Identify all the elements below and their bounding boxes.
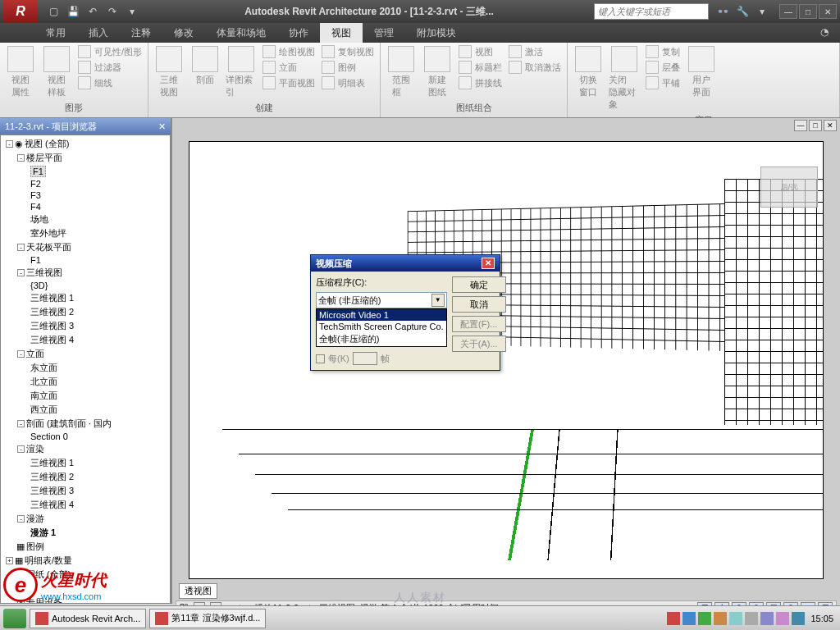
- ribbon-tab[interactable]: 体量和场地: [205, 23, 277, 43]
- browser-close-icon[interactable]: ✕: [158, 121, 166, 132]
- ribbon-button[interactable]: 范围框: [384, 44, 418, 100]
- tree-item[interactable]: 北立面: [2, 375, 168, 389]
- project-browser[interactable]: -◉视图 (全部)-楼层平面F1F2F3F4场地室外地坪-天花板平面F1-三维视…: [0, 135, 171, 604]
- tree-item[interactable]: -漫游: [2, 512, 168, 526]
- close-button[interactable]: ✕: [819, 4, 837, 19]
- tree-item[interactable]: 三维视图 4: [2, 333, 168, 347]
- dialog-button[interactable]: 确定: [452, 276, 506, 293]
- tree-item[interactable]: 漫游 1: [2, 526, 168, 540]
- ribbon-button[interactable]: 过滤器: [75, 60, 144, 75]
- tray-icon[interactable]: [714, 612, 727, 625]
- wrench-icon[interactable]: 🔧: [733, 2, 751, 21]
- qat-save-icon[interactable]: 💾: [64, 2, 82, 21]
- ribbon-button[interactable]: 剖面: [188, 44, 222, 88]
- combo-option[interactable]: TechSmith Screen Capture Co.: [317, 321, 446, 332]
- view-maximize-icon[interactable]: □: [809, 120, 822, 131]
- tray-icon[interactable]: [745, 612, 758, 625]
- tree-item[interactable]: -剖面 (建筑剖面 · 国内: [2, 417, 168, 431]
- minimize-button[interactable]: —: [779, 4, 797, 19]
- ribbon-button[interactable]: 详图索引: [224, 44, 258, 100]
- tree-item[interactable]: -渲染: [2, 442, 168, 456]
- dialog-button[interactable]: 取消: [452, 296, 506, 313]
- ribbon-button[interactable]: 取消激活: [506, 60, 564, 75]
- ribbon-button[interactable]: 切换窗口: [571, 44, 605, 100]
- ribbon-button[interactable]: 关闭隐藏对象: [607, 44, 641, 112]
- ribbon-button[interactable]: 层叠: [643, 60, 682, 75]
- tree-item[interactable]: Section 0: [2, 431, 168, 442]
- tray-icon[interactable]: [729, 612, 742, 625]
- tree-item[interactable]: 东立面: [2, 361, 168, 375]
- ribbon-tab[interactable]: 注释: [120, 23, 162, 43]
- taskbar-item[interactable]: 第11章 渲染修3wjf.d...: [149, 609, 266, 628]
- compressor-combo[interactable]: 全帧 (非压缩的)▼: [316, 292, 447, 308]
- tree-item[interactable]: 室外地坪: [2, 226, 168, 240]
- tray-icon[interactable]: [776, 612, 789, 625]
- view-cube[interactable]: 后/远: [760, 167, 818, 208]
- ribbon-button[interactable]: 平面视图: [260, 75, 317, 90]
- ribbon-button[interactable]: 绘图视图: [260, 44, 317, 59]
- ribbon-button[interactable]: 可见性/图形: [75, 44, 144, 59]
- ribbon-button[interactable]: 三维视图: [152, 44, 186, 100]
- dialog-close-icon[interactable]: ✕: [482, 258, 495, 269]
- compressor-list[interactable]: Microsoft Video 1TechSmith Screen Captur…: [316, 308, 447, 347]
- tree-item[interactable]: 场地: [2, 212, 168, 226]
- ribbon-button[interactable]: 平铺: [643, 75, 682, 90]
- combo-option[interactable]: Microsoft Video 1: [317, 309, 446, 321]
- taskbar-item[interactable]: Autodesk Revit Arch...: [30, 609, 146, 628]
- tree-item[interactable]: -楼层平面: [2, 151, 168, 165]
- maximize-button[interactable]: □: [799, 4, 817, 19]
- qat-more-icon[interactable]: ▾: [123, 2, 141, 21]
- tree-item[interactable]: 南立面: [2, 389, 168, 403]
- tree-item[interactable]: -◉视图 (全部): [2, 137, 168, 151]
- qat-redo-icon[interactable]: ↷: [103, 2, 121, 21]
- ribbon-button[interactable]: 明细表: [319, 75, 377, 90]
- chevron-down-icon[interactable]: ▼: [431, 294, 445, 307]
- ribbon-tab[interactable]: 视图: [320, 23, 363, 43]
- tree-item[interactable]: 三维视图 2: [2, 470, 168, 484]
- help-icon[interactable]: ◔: [809, 23, 840, 43]
- qat-open-icon[interactable]: ▢: [44, 2, 62, 21]
- search-input[interactable]: [594, 3, 709, 20]
- ribbon-tab[interactable]: 附加模块: [405, 23, 468, 43]
- ribbon-tab[interactable]: 插入: [77, 23, 120, 43]
- ribbon-button[interactable]: 视图样板: [39, 44, 74, 100]
- ribbon-button[interactable]: 细线: [75, 75, 144, 90]
- ribbon-tab[interactable]: 修改: [162, 23, 205, 43]
- ribbon-button[interactable]: 复制: [643, 44, 682, 59]
- tree-item[interactable]: +▦明细表/数量: [2, 554, 168, 568]
- view-minimize-icon[interactable]: —: [794, 120, 807, 131]
- tree-item[interactable]: ▦图例: [2, 540, 168, 554]
- tree-item[interactable]: -三维视图: [2, 266, 168, 280]
- view-close-icon[interactable]: ✕: [824, 120, 837, 131]
- ribbon-button[interactable]: 复制视图: [319, 44, 377, 59]
- ribbon-button[interactable]: 拼接线: [456, 75, 504, 90]
- tree-item[interactable]: F2: [2, 178, 168, 189]
- tree-item[interactable]: F4: [2, 201, 168, 212]
- tree-item[interactable]: 三维视图 4: [2, 498, 168, 512]
- tree-item[interactable]: 三维视图 2: [2, 305, 168, 319]
- tree-item[interactable]: -天花板平面: [2, 240, 168, 254]
- tree-item[interactable]: 三维视图 3: [2, 484, 168, 498]
- start-button[interactable]: [3, 609, 26, 628]
- drawing-canvas[interactable]: 后/远: [189, 141, 824, 579]
- tray-icon[interactable]: [667, 612, 680, 625]
- ribbon-button[interactable]: 图例: [319, 60, 377, 75]
- ribbon-button[interactable]: 新建图纸: [420, 44, 454, 100]
- ribbon-button[interactable]: 激活: [506, 44, 564, 59]
- ribbon-tab[interactable]: 管理: [363, 23, 405, 43]
- tray-icon[interactable]: [682, 612, 696, 625]
- ribbon-button[interactable]: 视图: [456, 44, 504, 59]
- tree-item[interactable]: F1: [2, 254, 168, 266]
- app-menu-button[interactable]: R: [3, 0, 38, 23]
- combo-option[interactable]: 全帧(非压缩的): [317, 332, 446, 346]
- tree-item[interactable]: 三维视图 1: [2, 456, 168, 470]
- ribbon-button[interactable]: 立面: [260, 60, 317, 75]
- tree-item[interactable]: 三维视图 1: [2, 291, 168, 305]
- tray-icon[interactable]: [698, 612, 711, 625]
- ribbon-tab[interactable]: 常用: [34, 23, 77, 43]
- tray-icon[interactable]: [760, 612, 774, 625]
- ribbon-tab[interactable]: 协作: [277, 23, 320, 43]
- tree-item[interactable]: {3D}: [2, 280, 168, 291]
- binoculars-icon[interactable]: 👓: [714, 2, 732, 21]
- tree-item[interactable]: 西立面: [2, 403, 168, 417]
